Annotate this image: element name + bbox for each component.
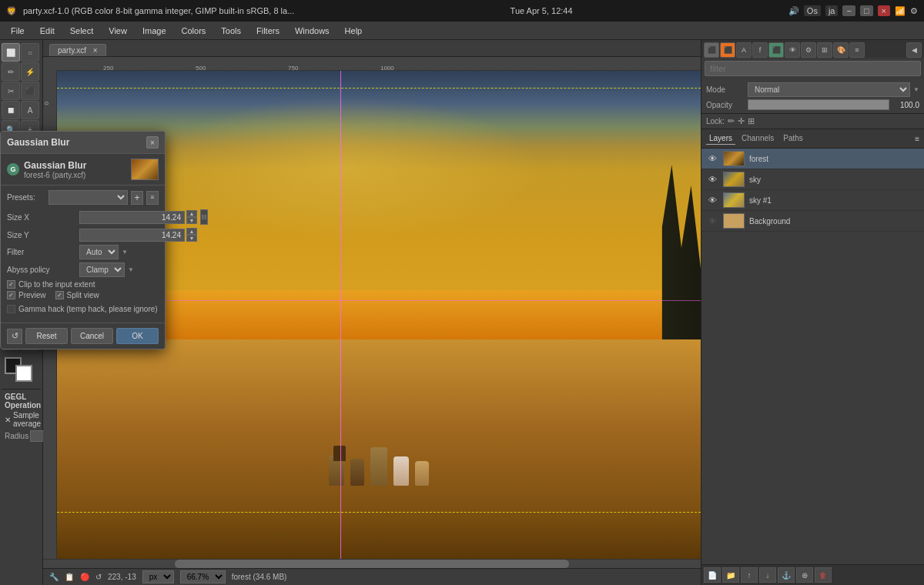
paths-tool[interactable]: 🔲	[2, 101, 20, 119]
lock-row: Lock: ✏ ✛ ⊞	[701, 114, 924, 129]
layer-item-sky[interactable]: 👁 sky	[701, 169, 924, 190]
merge-layers-button[interactable]: ⊕	[796, 567, 813, 583]
os-label[interactable]: Os	[804, 5, 821, 16]
delete-layer-button[interactable]: 🗑	[815, 567, 832, 583]
tab-font-icon[interactable]: f	[752, 42, 768, 58]
tab-layers[interactable]: Layers	[706, 132, 735, 145]
size-y-down[interactable]: ▼	[186, 235, 197, 242]
status-icon-3: 🔴	[80, 573, 89, 581]
ruler-tick-1000: 1000	[380, 65, 394, 71]
text-tool[interactable]: A	[21, 101, 39, 119]
layers-mode-select[interactable]: Normal	[748, 82, 910, 97]
scissors-tool[interactable]: ✂	[2, 82, 20, 100]
gamma-checkbox[interactable]	[7, 305, 15, 313]
filter-select[interactable]: Auto	[79, 245, 119, 259]
preset-add-button[interactable]: +	[131, 191, 143, 205]
layer-up-button[interactable]: ↑	[741, 567, 758, 583]
minimize-button[interactable]: −	[842, 5, 855, 16]
tab-channels[interactable]: Channels	[738, 132, 777, 145]
ruler-tick-250: 250	[103, 65, 113, 71]
menu-windows[interactable]: Windows	[289, 25, 336, 37]
size-x-up[interactable]: ▲	[186, 210, 197, 217]
layer-eye-sky[interactable]: 👁	[706, 173, 718, 186]
tab-brush-icon[interactable]: ⬛	[704, 42, 719, 58]
split-view-checkbox[interactable]: ✓	[55, 291, 64, 299]
abyss-row: Abyss policy Clamp ▼	[7, 262, 159, 277]
free-select-tool[interactable]: ✏	[2, 62, 20, 81]
maximize-button[interactable]: □	[860, 5, 873, 16]
layers-opacity-slider[interactable]	[748, 99, 889, 110]
layer-item-forest[interactable]: 👁 forest	[701, 149, 924, 169]
tab-text-icon[interactable]: A	[736, 42, 752, 58]
tab-orange-icon[interactable]: ⬛	[720, 42, 735, 58]
size-x-input[interactable]	[79, 211, 185, 224]
menu-edit[interactable]: Edit	[34, 25, 61, 37]
lang-label[interactable]: ja	[825, 5, 839, 16]
background-color[interactable]	[15, 365, 32, 382]
layer-eye-sky1[interactable]: 👁	[706, 194, 718, 206]
presets-select[interactable]	[49, 190, 128, 205]
status-zoom-select[interactable]: 66.7%	[180, 570, 226, 583]
new-layer-button[interactable]: 📄	[704, 567, 721, 583]
fg-select-tool[interactable]: ⬛	[21, 82, 39, 100]
volume-icon[interactable]: 🔊	[788, 6, 799, 16]
ok-button[interactable]: OK	[116, 328, 159, 344]
canvas-tab-party[interactable]: party.xcf ×	[49, 44, 106, 56]
cancel-button[interactable]: Cancel	[71, 328, 113, 344]
tab-eye-icon[interactable]: 👁	[785, 42, 800, 58]
abyss-arrow-icon: ▼	[128, 266, 134, 273]
tab-collapse-icon[interactable]: ◀	[906, 42, 922, 58]
preset-menu-button[interactable]: ≡	[146, 191, 159, 205]
close-button[interactable]: ×	[878, 5, 890, 16]
status-unit-select[interactable]: px	[142, 570, 174, 583]
fuzzy-select-tool[interactable]: ⚡	[21, 62, 39, 81]
menu-filters[interactable]: Filters	[250, 25, 286, 37]
anchor-layer-button[interactable]: ⚓	[778, 567, 795, 583]
layer-item-sky1[interactable]: 👁 sky #1	[701, 190, 924, 211]
refresh-button[interactable]: ↺	[7, 329, 22, 344]
lock-paint-icon[interactable]: ✏	[728, 116, 735, 126]
layer-item-background[interactable]: 👁 Background	[701, 211, 924, 232]
gegl-title: GEGL Operation	[5, 393, 38, 410]
layer-thumb-background	[723, 213, 745, 229]
tab-color-icon[interactable]: ⬛	[768, 42, 784, 58]
canvas-scrollbar-h[interactable]	[43, 559, 701, 568]
filter-search-input[interactable]	[705, 61, 921, 76]
tab-grid-icon[interactable]: ⊞	[817, 42, 832, 58]
menu-help[interactable]: Help	[339, 25, 369, 37]
lock-alpha-icon[interactable]: ⊞	[748, 116, 755, 126]
selection-border-top	[57, 88, 701, 89]
menu-select[interactable]: Select	[64, 25, 100, 37]
chain-link-icon[interactable]: ⛓	[200, 209, 208, 225]
abyss-select[interactable]: Clamp	[79, 262, 125, 277]
layer-eye-forest[interactable]: 👁	[706, 152, 718, 165]
preview-checkbox[interactable]: ✓	[7, 291, 15, 299]
tool-row-3: ✂ ⬛	[2, 82, 41, 100]
dialog-title: Gaussian Blur	[7, 137, 69, 148]
canvas-tab-close[interactable]: ×	[93, 46, 98, 55]
tab-palette-icon[interactable]: 🎨	[833, 42, 849, 58]
size-y-input[interactable]	[79, 229, 185, 242]
reset-button[interactable]: Reset	[25, 328, 68, 344]
lock-move-icon[interactable]: ✛	[738, 116, 745, 126]
tab-paths[interactable]: Paths	[780, 132, 806, 145]
rect-select-tool[interactable]: ⬜	[2, 43, 20, 62]
sample-average-checkbox[interactable]: ✕ Sample average	[5, 411, 38, 428]
layer-eye-background[interactable]: 👁	[706, 215, 718, 227]
tab-settings-icon[interactable]: ⚙	[801, 42, 816, 58]
menu-image[interactable]: Image	[136, 25, 172, 37]
menu-colors[interactable]: Colors	[176, 25, 213, 37]
size-x-down[interactable]: ▼	[186, 217, 197, 224]
clip-checkbox[interactable]: ✓	[7, 280, 15, 289]
menu-file[interactable]: File	[5, 25, 31, 37]
layer-down-button[interactable]: ↓	[759, 567, 776, 583]
new-group-button[interactable]: 📁	[722, 567, 739, 583]
ellipse-select-tool[interactable]: ○	[21, 43, 39, 62]
canvas-scroll-thumb[interactable]	[175, 560, 569, 568]
dialog-close-button[interactable]: ×	[146, 136, 159, 149]
layers-menu-icon[interactable]: ≡	[915, 135, 919, 143]
menu-view[interactable]: View	[102, 25, 133, 37]
menu-tools[interactable]: Tools	[215, 25, 247, 37]
tab-extra-icon[interactable]: ≡	[849, 42, 865, 58]
size-y-up[interactable]: ▲	[186, 228, 197, 235]
